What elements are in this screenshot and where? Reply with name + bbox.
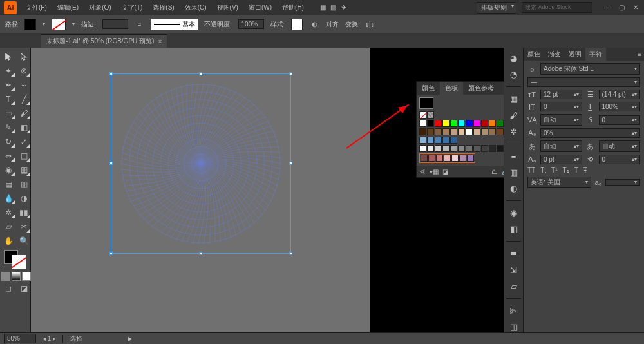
- bbox-handle-e[interactable]: [289, 162, 292, 165]
- menu-object[interactable]: 对象(O): [85, 2, 115, 14]
- antialias-field[interactable]: ▾: [605, 179, 640, 186]
- stroke-swatch[interactable]: [52, 19, 66, 30]
- fill-swatch[interactable]: [24, 19, 36, 30]
- curvature-tool[interactable]: ～: [17, 79, 31, 91]
- bridge-icon[interactable]: ▦: [318, 3, 328, 13]
- swatch[interactable]: [481, 128, 488, 135]
- bbox-handle-nw[interactable]: [109, 72, 113, 75]
- bbox-handle-w[interactable]: [109, 162, 113, 165]
- swatch-registration[interactable]: [427, 111, 434, 119]
- menu-view[interactable]: 视图(V): [213, 2, 242, 14]
- zoom-field[interactable]: 50%: [4, 334, 36, 343]
- tab-swatches[interactable]: 色板: [440, 82, 463, 95]
- dock-appearance-icon[interactable]: ◉: [508, 207, 520, 218]
- type-tool[interactable]: T: [1, 93, 15, 106]
- cp-tab-color[interactable]: 颜色: [524, 48, 544, 61]
- swatch[interactable]: [489, 128, 496, 135]
- font-search-icon[interactable]: ⌕: [527, 65, 536, 73]
- swatch[interactable]: [466, 128, 473, 135]
- free-transform-tool[interactable]: ◫: [17, 149, 31, 162]
- hscale-field[interactable]: 0▴▾: [599, 115, 641, 125]
- fill-dropdown-icon[interactable]: ▾: [43, 21, 45, 27]
- lasso-tool[interactable]: ⊗: [17, 64, 31, 77]
- link-icon[interactable]: 🔗: [502, 168, 504, 175]
- paintbrush-tool[interactable]: 🖌: [17, 107, 31, 120]
- bbox-handle-se[interactable]: [289, 252, 292, 255]
- swatch[interactable]: [473, 128, 480, 135]
- char-panel-menu-icon[interactable]: ≡: [635, 51, 644, 58]
- menu-file[interactable]: 文件(F): [22, 2, 51, 14]
- swatch[interactable]: [421, 155, 428, 162]
- swatch[interactable]: [450, 120, 457, 127]
- dock-pathfinder-icon[interactable]: ◫: [508, 321, 520, 332]
- slice-tool[interactable]: ✂: [17, 220, 31, 233]
- swatch[interactable]: [466, 120, 473, 127]
- stroke-color-box[interactable]: [12, 255, 26, 269]
- strikethrough[interactable]: Ŧ: [583, 167, 587, 174]
- swatch[interactable]: [473, 120, 480, 127]
- aki-field[interactable]: 自动▴▾: [599, 140, 641, 152]
- workspace-switcher[interactable]: 排版规则: [477, 2, 516, 14]
- dock-graphic-styles-icon[interactable]: ◧: [508, 224, 520, 234]
- rectangle-tool[interactable]: ▭: [1, 107, 15, 120]
- stroke-weight-field[interactable]: [102, 19, 128, 29]
- canvas[interactable]: 颜色 色板 颜色参考 ▸| ≡ ≡ ▦: [31, 48, 504, 332]
- caps-small[interactable]: Tt: [540, 167, 546, 174]
- swatch[interactable]: [427, 120, 434, 127]
- swatch[interactable]: [442, 137, 450, 144]
- subscript[interactable]: T₁: [563, 167, 569, 174]
- swatch-none[interactable]: [419, 111, 426, 119]
- swatch[interactable]: [444, 155, 451, 162]
- font-size-field[interactable]: 12 pt▴▾: [540, 90, 582, 99]
- stroke-dropdown-icon[interactable]: ▾: [72, 21, 75, 27]
- zoom-tool[interactable]: 🔍: [17, 234, 31, 247]
- vscale-field[interactable]: 自动▴▾: [540, 114, 582, 126]
- dock-brushes-icon[interactable]: 🖌: [508, 110, 520, 120]
- bbox-handle-ne[interactable]: [289, 72, 292, 75]
- swatch[interactable]: [458, 120, 465, 127]
- var-width-icon[interactable]: ≡: [135, 19, 145, 30]
- menu-edit[interactable]: 编辑(E): [53, 2, 82, 14]
- swatch[interactable]: [459, 155, 466, 162]
- mode-gradient[interactable]: [12, 272, 21, 281]
- menu-effect[interactable]: 效果(C): [181, 2, 211, 14]
- swatch[interactable]: [428, 155, 435, 162]
- swatch[interactable]: [466, 145, 473, 152]
- swatch[interactable]: [419, 128, 426, 135]
- language-field[interactable]: 英语: 美国▾: [527, 177, 591, 188]
- bbox-handle-sw[interactable]: [109, 252, 113, 255]
- swatch[interactable]: [467, 155, 474, 162]
- pencil-tool[interactable]: ✎: [1, 121, 15, 134]
- swatch[interactable]: [435, 145, 442, 152]
- menu-select[interactable]: 选择(S): [149, 2, 178, 14]
- style-swatch[interactable]: [291, 19, 303, 30]
- isolate-icon[interactable]: ⫿|⫿: [365, 19, 375, 30]
- caps-all[interactable]: TT: [527, 167, 535, 174]
- baseline-field[interactable]: 0%▴▾: [540, 128, 640, 138]
- menu-help[interactable]: 帮助(H): [278, 2, 308, 14]
- window-minimize[interactable]: —: [603, 3, 612, 12]
- hand-tool[interactable]: ✋: [1, 234, 15, 247]
- swatch[interactable]: [436, 155, 443, 162]
- fill-stroke-control[interactable]: [1, 249, 31, 271]
- document-tab-close[interactable]: ×: [158, 38, 162, 45]
- selection-bounding-box[interactable]: [111, 73, 291, 254]
- current-swatch[interactable]: [419, 97, 433, 109]
- opacity-field[interactable]: 100%: [238, 19, 264, 29]
- underline[interactable]: T: [574, 167, 578, 174]
- menu-window[interactable]: 窗口(W): [245, 2, 276, 14]
- swatch[interactable]: [489, 145, 496, 152]
- dock-layers-icon[interactable]: ≣: [508, 248, 520, 259]
- window-close[interactable]: ✕: [631, 3, 640, 12]
- pen-tool[interactable]: ✒: [1, 79, 15, 91]
- kerning-field[interactable]: 0▴▾: [540, 102, 582, 111]
- artboard-nav[interactable]: ◂ 1 ▸: [43, 335, 56, 342]
- column-graph-tool[interactable]: ▮▮: [17, 206, 31, 219]
- swatch[interactable]: [435, 128, 442, 135]
- document-tab[interactable]: 未标题-1.ai* @ 50% (RGB/GPU 预览) ×: [41, 34, 167, 48]
- direct-selection-tool[interactable]: [17, 50, 31, 63]
- leading-field[interactable]: (14.4 pt)▴▾: [599, 90, 641, 99]
- swatch[interactable]: [451, 155, 459, 162]
- eyedropper-tool[interactable]: 💧: [1, 192, 15, 205]
- dock-align-icon[interactable]: ⫸: [508, 305, 520, 316]
